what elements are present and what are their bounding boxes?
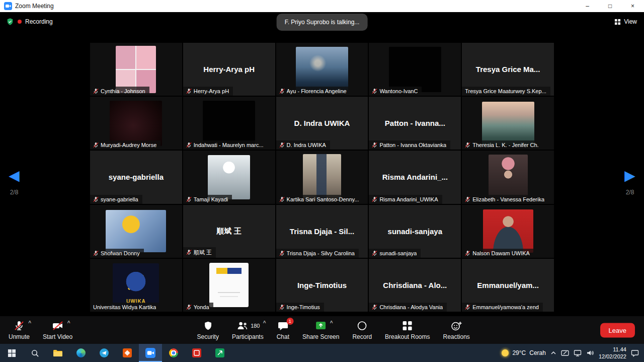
file-explorer-button[interactable] [46, 344, 69, 362]
search-icon [31, 349, 39, 357]
participant-display-name: Chrisdiana - Alo... [378, 281, 452, 289]
reactions-button[interactable]: Reactions [436, 316, 476, 344]
arrow-left-icon[interactable]: ◀ [5, 169, 23, 183]
participant-tile[interactable]: Patton - Ivanna... Patton - Ivanna Oktav… [369, 97, 461, 150]
weather-widget[interactable]: 29°C Cerah [502, 349, 546, 356]
messenger-app-button[interactable] [93, 344, 116, 362]
participant-tile[interactable]: Elizabeth - Vanessa Federika [462, 151, 554, 203]
participant-display-name: D. Indra UWIKA [289, 119, 355, 127]
security-label: Security [197, 333, 219, 340]
edge-browser-button[interactable] [69, 344, 93, 362]
chevron-up-icon[interactable]: ^ [67, 320, 70, 326]
chat-button[interactable]: 1 Chat [270, 316, 296, 344]
participant-display-name: Inge-Timotius [292, 281, 352, 289]
chrome-button[interactable] [162, 344, 185, 362]
start-button[interactable] [0, 344, 23, 362]
participant-tile[interactable]: Trisna Djaja - Sil... Trisna Djaja - Sil… [276, 205, 368, 258]
chevron-up-icon[interactable]: ^ [330, 320, 333, 326]
participant-tile[interactable]: Theresia L. K. - Jenifer Ch. [462, 97, 554, 150]
participant-tile[interactable]: 順斌 王 順斌 王 [183, 205, 275, 258]
participant-video [116, 46, 156, 93]
view-button[interactable]: View [614, 18, 637, 25]
participant-tile[interactable]: Herry-Arya pH Herry-Arya pH [183, 43, 275, 96]
participant-label: Elizabeth - Vanessa Federika [462, 195, 548, 204]
page-indicator: 2/8 [621, 189, 639, 196]
taskbar-search-button[interactable] [23, 344, 46, 362]
muted-mic-icon [372, 250, 377, 256]
participant-display-name: Risma Andarini_... [377, 173, 453, 181]
participant-tile[interactable]: D. Indra UWIKA D. Indra UWIKA [276, 97, 368, 150]
participant-grid: Cynthia - Johnson Herry-Arya pH Herry-Ar… [90, 43, 554, 312]
participant-name-text: Ayu - Florencia Angeline [287, 88, 347, 94]
participant-label: 順斌 王 [183, 247, 216, 258]
network-icon[interactable] [574, 349, 582, 357]
next-page-button[interactable]: ▶ 2/8 [621, 169, 639, 196]
close-button[interactable]: × [621, 0, 644, 12]
previous-page-button[interactable]: ◀ 2/8 [5, 169, 23, 196]
participant-tile[interactable]: syane-gabriella syane-gabriella [90, 151, 182, 203]
participant-tile[interactable]: Muryadi-Audrey Morse [90, 97, 182, 150]
participant-tile[interactable]: Nalson Dawam UWIKA [462, 205, 554, 258]
muted-mic-icon [186, 196, 192, 202]
windows-logo-icon [8, 349, 16, 357]
record-label: Record [352, 333, 372, 340]
breakout-rooms-button[interactable]: Breakout Rooms [378, 316, 436, 344]
muted-mic-icon [372, 304, 377, 310]
minimize-button[interactable]: – [576, 0, 599, 12]
chevron-up-icon[interactable]: ^ [263, 320, 266, 326]
participant-tile[interactable]: Cynthia - Johnson [90, 43, 182, 96]
maximize-button[interactable]: □ [599, 0, 621, 12]
orange-app-button[interactable] [116, 344, 139, 362]
recording-label: Recording [25, 18, 53, 25]
participant-tile[interactable]: Kartika Sari Santoso-Denny... [276, 151, 368, 203]
participant-video [489, 155, 528, 200]
volume-icon[interactable] [586, 349, 594, 357]
clock[interactable]: 11.44 12/02/2022 [599, 346, 626, 360]
muted-mic-icon [93, 250, 99, 256]
participant-label: Trisna Djaja - Silvy Carolina [276, 249, 359, 258]
participant-tile[interactable]: Risma Andarini_... Risma Andarini_UWIKA [369, 151, 461, 203]
participant-label: Tresya Grice Maaturwey S.Kep... [462, 87, 550, 96]
reactions-smiley-icon [450, 320, 463, 332]
participant-tile[interactable]: Emmanuel/yam... Emmanuel/yamowa'a zend [462, 259, 554, 312]
participant-tile[interactable]: Chrisdiana - Alo... Chrisdiana - Alodya … [369, 259, 461, 312]
participant-label: Chrisdiana - Alodya Vania [369, 303, 447, 312]
record-button[interactable]: Record [346, 316, 378, 344]
participant-label: Universitas Widya Kartika [90, 303, 160, 312]
participant-name-text: Indahwati - Maurelyn marc... [194, 142, 264, 148]
share-screen-button[interactable]: ^ Share Screen [296, 316, 346, 344]
chevron-up-icon[interactable]: ^ [28, 320, 31, 326]
tray-chevron-up-icon[interactable] [550, 350, 556, 356]
red-app-button[interactable] [185, 344, 208, 362]
clock-time: 11.44 [599, 346, 626, 353]
unmute-button[interactable]: ^ Unmute [2, 316, 36, 344]
participant-tile[interactable]: Tresya Grice Ma... Tresya Grice Maaturwe… [462, 43, 554, 96]
participant-tile[interactable]: sunadi-sanjaya sunadi-sanjaya [369, 205, 461, 258]
weather-temp: 29°C [512, 349, 526, 356]
participant-tile[interactable]: Wantono-IvanC [369, 43, 461, 96]
muted-mic-icon [13, 320, 25, 332]
participant-tile[interactable]: Tamaji Kayadi [183, 151, 275, 203]
paper-plane-icon [100, 348, 109, 357]
start-video-button[interactable]: ^ Start Video [36, 316, 79, 344]
tablet-pen-icon[interactable] [561, 349, 569, 357]
participant-tile[interactable]: Indahwati - Maurelyn marc... [183, 97, 275, 150]
participant-display-name: Tresya Grice Ma... [471, 65, 545, 74]
green-app-button[interactable] [208, 344, 231, 362]
meeting-toolbar: ^ Unmute ^ Start Video Security [0, 316, 644, 344]
action-center-icon[interactable] [631, 349, 639, 357]
participant-tile[interactable]: Inge-Timotius Inge-Timotius [276, 259, 368, 312]
leave-button[interactable]: Leave [600, 323, 635, 337]
arrow-right-icon[interactable]: ▶ [621, 169, 639, 183]
participant-tile[interactable]: Yonda [183, 259, 275, 312]
security-button[interactable]: Security [191, 316, 225, 344]
zoom-taskbar-button[interactable] [139, 344, 162, 362]
participant-tile[interactable]: UWIKA Universitas Widya Kartika [90, 259, 182, 312]
participant-video [296, 47, 348, 92]
participant-tile[interactable]: Shofwan Donny [90, 205, 182, 258]
participants-count: 180 [251, 323, 260, 329]
participant-tile[interactable]: Ayu - Florencia Angeline [276, 43, 368, 96]
participants-button[interactable]: 180 ^ Participants [225, 316, 270, 344]
view-label: View [624, 18, 637, 25]
participant-name-text: Patton - Ivanna Oktavianka [379, 142, 446, 148]
